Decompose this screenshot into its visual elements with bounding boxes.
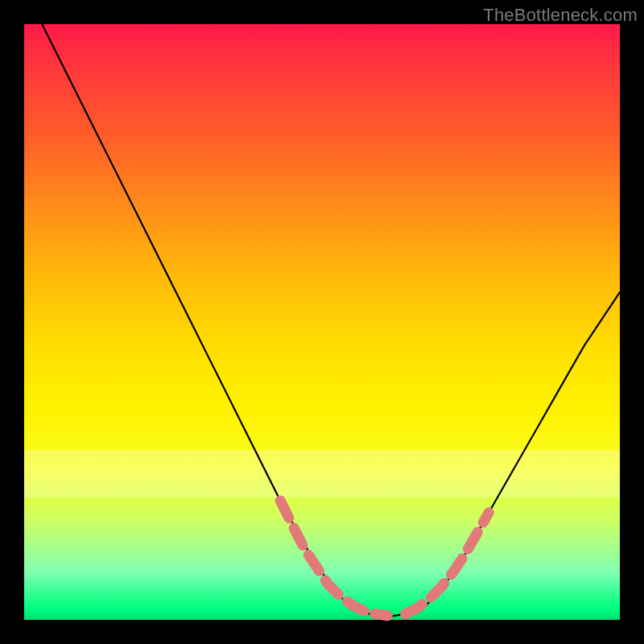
highlight-band-right <box>406 513 489 614</box>
highlight-band-left <box>280 501 387 616</box>
curves-svg <box>24 24 620 620</box>
plot-area <box>24 24 620 620</box>
bottleneck-curve <box>42 24 620 617</box>
chart-container: TheBottleneck.com <box>0 0 644 644</box>
watermark-text: TheBottleneck.com <box>483 5 638 26</box>
